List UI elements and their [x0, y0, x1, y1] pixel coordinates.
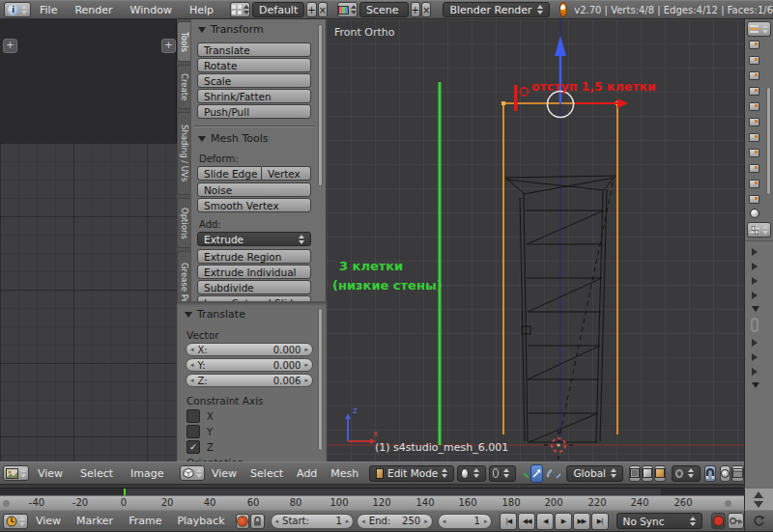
outliner-scrollbar[interactable] [766, 87, 771, 195]
panel-collapse-arrow[interactable] [752, 382, 759, 388]
noise-button[interactable]: Noise [197, 182, 311, 197]
manipulator-axes-icon[interactable] [522, 466, 528, 480]
end-frame-field[interactable]: ◂End: 250▸ [357, 514, 432, 529]
operator-panel-header[interactable]: Translate [185, 308, 245, 321]
tool-shelf-scrollbar[interactable] [318, 24, 323, 186]
menu-view[interactable]: View [205, 467, 243, 480]
panel-expand-arrow[interactable] [752, 368, 758, 376]
tab-shading-uvs[interactable]: Shading / UVs [177, 112, 190, 195]
keying-lock-button[interactable] [250, 514, 265, 529]
uv-image-editor-canvas[interactable]: + + [0, 19, 177, 462]
constraint-y-checkbox[interactable] [186, 425, 200, 438]
properties-editor-type-button[interactable] [747, 222, 771, 238]
panel-expand-arrow[interactable] [752, 277, 758, 285]
scroll-up-button[interactable] [754, 491, 763, 498]
rotate-button[interactable]: Rotate [197, 58, 311, 72]
scrollbar-cap-right[interactable] [725, 500, 731, 507]
menu-view[interactable]: View [28, 515, 69, 527]
menu-file[interactable]: File [31, 4, 66, 16]
constraint-z-checkbox[interactable]: ✓ [186, 440, 200, 454]
menu-frame[interactable]: Frame [121, 515, 169, 527]
mesh-tools-panel-header[interactable]: Mesh Tools [198, 132, 269, 145]
slide-edge-button[interactable]: Slide Edge [197, 166, 262, 181]
orientation-dropdown[interactable]: Global [566, 465, 623, 482]
scrollbar-cap-left[interactable] [3, 500, 10, 507]
keying-set-button[interactable] [728, 513, 744, 529]
timeline-editor-type-button[interactable] [3, 514, 28, 529]
face-select-button[interactable] [654, 465, 666, 482]
outliner-editor-type-button[interactable] [747, 21, 771, 37]
tab-tools[interactable]: Tools [177, 21, 190, 62]
menu-render[interactable]: Render [66, 4, 121, 16]
properties-capsule-widget[interactable] [751, 318, 759, 332]
manipulator-translate-button[interactable] [530, 464, 543, 483]
play-button[interactable]: ▶ [555, 513, 572, 530]
subdivide-button[interactable]: Subdivide [197, 280, 311, 294]
scene-selector-button[interactable] [337, 2, 358, 17]
jump-prev-keyframe-button[interactable]: ◀◀ [518, 513, 535, 530]
transform-panel-header[interactable]: Transform [198, 23, 264, 36]
viewport-3d-canvas[interactable]: Front Ortho z x 3 клетки (низкие стены) … [327, 19, 744, 462]
menu-marker[interactable]: Marker [69, 515, 121, 527]
vector-z-field[interactable]: ◂Z: 0.006▸ [186, 374, 313, 387]
jump-next-keyframe-button[interactable]: ▶▶ [573, 513, 590, 530]
add-layout-button[interactable]: + [306, 2, 316, 17]
render-engine-dropdown[interactable]: Blender Render [443, 2, 549, 17]
outliner-item[interactable] [745, 37, 773, 52]
panel-expand-arrow[interactable] [752, 263, 758, 270]
viewport-editor-type-button[interactable] [180, 465, 205, 481]
auto-keyframe-button[interactable] [236, 514, 250, 529]
image-editor-type-button[interactable] [3, 465, 29, 481]
menu-mesh[interactable]: Mesh [324, 467, 365, 480]
menu-add[interactable]: Add [290, 467, 324, 480]
tab-create[interactable]: Create [177, 65, 190, 109]
record-button[interactable] [711, 513, 726, 529]
vector-x-field[interactable]: ◂X: 0.000▸ [186, 343, 313, 356]
panel-expand-arrow[interactable] [752, 353, 758, 361]
scale-button[interactable]: Scale [197, 73, 311, 88]
menu-playback[interactable]: Playback [169, 515, 232, 527]
layout-name-field[interactable]: Default [252, 2, 304, 17]
extrude-region-button[interactable]: Extrude Region [197, 249, 311, 264]
panel-expand-arrow[interactable] [752, 248, 758, 256]
timeline-track[interactable] [0, 488, 744, 495]
start-frame-field[interactable]: ◂Start: 1▸ [271, 514, 355, 529]
panel-expand-arrow[interactable] [752, 339, 758, 347]
panel-expand-arrow[interactable] [752, 292, 758, 299]
refresh-sync-icon[interactable] [753, 515, 765, 527]
shrink-fatten-button[interactable]: Shrink/Fatten [197, 89, 311, 103]
edge-select-button[interactable] [642, 465, 653, 482]
panel-collapse-arrow[interactable] [752, 306, 759, 312]
constraint-x-checkbox[interactable] [186, 409, 200, 423]
operator-panel-scrollbar[interactable] [318, 308, 323, 451]
shading-dropdown[interactable] [457, 465, 486, 482]
outliner-item[interactable] [745, 52, 773, 68]
sync-dropdown[interactable]: No Sync [616, 513, 702, 529]
menu-window[interactable]: Window [122, 4, 181, 16]
close-scene-button[interactable]: × [421, 2, 431, 17]
add-scene-button[interactable]: + [411, 2, 420, 17]
menu-select[interactable]: Select [72, 467, 122, 480]
expand-region-right-button[interactable]: + [161, 39, 176, 53]
timeline-ruler[interactable]: -40 -20 0 20 40 60 80 100 120 140 160 18… [0, 495, 744, 510]
proportional-edit-dropdown[interactable] [672, 465, 701, 482]
jump-to-start-button[interactable]: |◀ [500, 513, 517, 530]
info-editor-button[interactable]: i [4, 2, 31, 17]
menu-view[interactable]: View [29, 467, 72, 480]
outliner-item[interactable] [745, 68, 773, 83]
vertex-slide-button[interactable]: Vertex [262, 166, 311, 181]
jump-to-end-button[interactable]: ▶| [591, 513, 609, 530]
pivot-dropdown[interactable] [489, 465, 516, 482]
push-pull-button[interactable]: Push/Pull [197, 104, 311, 119]
render-opengl-button[interactable] [720, 465, 730, 482]
mode-dropdown[interactable]: Edit Mode [369, 465, 454, 482]
menu-image[interactable]: Image [122, 467, 172, 480]
layout-selector-button[interactable] [230, 2, 250, 17]
manipulator-rotate-icon[interactable] [546, 466, 552, 480]
extrude-dropdown[interactable]: Extrude [197, 232, 311, 246]
manipulator-scale-icon[interactable] [555, 466, 560, 480]
vector-y-field[interactable]: ◂Y: 0.000▸ [186, 358, 313, 372]
menu-help[interactable]: Help [181, 4, 222, 16]
play-reverse-button[interactable]: ◀ [536, 513, 554, 530]
gizmo-z-arrowhead[interactable] [555, 36, 566, 56]
